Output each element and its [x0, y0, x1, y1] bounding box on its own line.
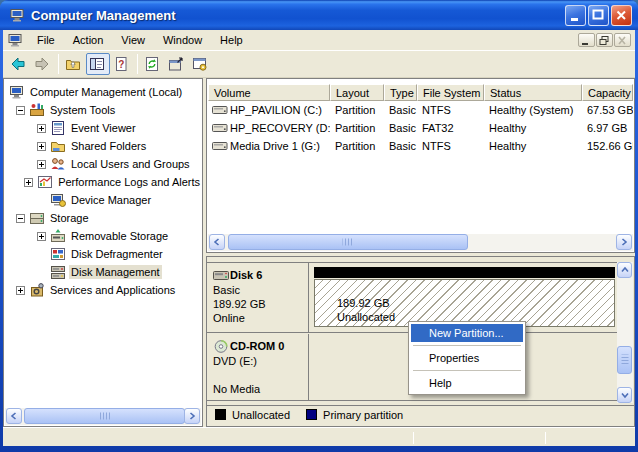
column-header-capacity[interactable]: Capacity	[582, 84, 633, 101]
help-topics-button[interactable]: ?	[110, 53, 134, 75]
volume-row[interactable]: HP_RECOVERY (D:)PartitionBasicFAT32Healt…	[208, 119, 633, 137]
content-area: Computer Management (Local)System ToolsE…	[3, 78, 635, 427]
console-tree-pane: Computer Management (Local)System ToolsE…	[3, 78, 203, 427]
tree-item-disk-management[interactable]: Disk Management	[4, 263, 202, 281]
context-menu-item-properties[interactable]: Properties	[411, 349, 523, 367]
tree-horizontal-scrollbar[interactable]	[5, 408, 201, 425]
tree-item-disk-defragmenter[interactable]: Disk Defragmenter	[4, 245, 202, 263]
export-list-button[interactable]	[165, 53, 189, 75]
mdi-window-controls	[578, 33, 633, 47]
defrag-icon	[50, 246, 66, 262]
expand-icon[interactable]	[16, 286, 25, 295]
back-arrow-icon	[10, 56, 26, 72]
volume-horizontal-scrollbar[interactable]	[208, 234, 633, 251]
tree-item-computer-management-local[interactable]: Computer Management (Local)	[4, 83, 202, 101]
volume-drive-icon	[212, 138, 228, 154]
cell-file_system: NTFS	[417, 140, 484, 152]
help-window-button[interactable]	[189, 53, 213, 75]
partition-legend: UnallocatedPrimary partition	[207, 405, 634, 423]
scroll-left-button[interactable]	[6, 408, 22, 424]
cell-text: 6.97 GB	[587, 122, 627, 134]
menu-view[interactable]: View	[112, 31, 154, 49]
disk-info-panel[interactable]: Disk 6Basic189.92 GBOnline	[207, 263, 309, 332]
column-header-volume[interactable]: Volume	[208, 84, 330, 101]
context-menu-item-new-partition[interactable]: New Partition...	[411, 324, 523, 342]
cell-volume: Media Drive 1 (G:)	[208, 138, 330, 154]
svg-text:?: ?	[118, 59, 124, 70]
up-one-level-button[interactable]	[62, 53, 86, 75]
volume-table-rows: HP_PAVILION (C:)PartitionBasicNTFSHealth…	[208, 101, 633, 155]
menu-file[interactable]: File	[28, 31, 64, 49]
expand-icon[interactable]	[37, 124, 46, 133]
expand-icon[interactable]	[37, 232, 46, 241]
tree-item-performance-logs-and-alerts[interactable]: Performance Logs and Alerts	[4, 173, 202, 191]
mdi-restore-button[interactable]	[596, 33, 613, 47]
tree-item-label: Device Manager	[69, 193, 153, 207]
collapse-icon[interactable]	[16, 106, 25, 115]
scroll-thumb[interactable]	[228, 234, 468, 250]
collapse-icon[interactable]	[16, 214, 25, 223]
menu-window[interactable]: Window	[154, 31, 211, 49]
removable-storage-icon	[50, 228, 66, 244]
column-header-file-system[interactable]: File System	[417, 84, 484, 101]
minimize-button[interactable]	[565, 5, 586, 26]
tree-item-device-manager[interactable]: Device Manager	[4, 191, 202, 209]
context-menu-separator	[413, 345, 521, 346]
scroll-down-button[interactable]	[617, 387, 632, 403]
tree-item-local-users-and-groups[interactable]: Local Users and Groups	[4, 155, 202, 173]
tree-item-shared-folders[interactable]: Shared Folders	[4, 137, 202, 155]
tree-item-event-viewer[interactable]: Event Viewer	[4, 119, 202, 137]
close-button[interactable]	[611, 5, 632, 26]
expand-icon[interactable]	[37, 142, 46, 151]
cell-text: Basic	[389, 140, 416, 152]
column-header-status[interactable]: Status	[484, 84, 582, 101]
cell-text: Media Drive 1 (G:)	[230, 140, 320, 152]
scroll-right-button[interactable]	[616, 234, 632, 250]
unallocated-region[interactable]: 189.92 GBUnallocated	[314, 267, 615, 328]
cd-rom-icon	[213, 338, 229, 354]
tree-item-label: Event Viewer	[69, 121, 138, 135]
disk-detail-line: Basic	[213, 283, 304, 297]
tree-item-removable-storage[interactable]: Removable Storage	[4, 227, 202, 245]
scroll-left-button[interactable]	[209, 234, 225, 250]
volume-row[interactable]: HP_PAVILION (C:)PartitionBasicNTFSHealth…	[208, 101, 633, 119]
scroll-right-button[interactable]	[184, 408, 200, 424]
mdi-minimize-button[interactable]	[578, 33, 595, 47]
context-menu-separator	[413, 370, 521, 371]
titlebar[interactable]: Computer Management	[0, 0, 638, 30]
back-button[interactable]	[7, 53, 31, 75]
refresh-button[interactable]	[141, 53, 165, 75]
tree-item-label: Disk Defragmenter	[69, 247, 165, 261]
expand-icon[interactable]	[37, 160, 46, 169]
tree-item-services-and-applications[interactable]: Services and Applications	[4, 281, 202, 299]
show-console-tree-button[interactable]	[86, 53, 110, 75]
volume-row[interactable]: Media Drive 1 (G:)PartitionBasicNTFSHeal…	[208, 137, 633, 155]
disk-detail-line	[213, 368, 304, 382]
disk-vertical-scrollbar[interactable]	[617, 262, 633, 403]
column-header-type[interactable]: Type	[384, 84, 417, 101]
expand-icon[interactable]	[24, 178, 33, 187]
tree-item-storage[interactable]: Storage	[4, 209, 202, 227]
cell-text: Basic	[389, 122, 416, 134]
tree-item-system-tools[interactable]: System Tools	[4, 101, 202, 119]
forward-button[interactable]	[31, 53, 55, 75]
region-size: 189.92 GB	[337, 296, 395, 310]
menu-help[interactable]: Help	[211, 31, 252, 49]
cell-type: Basic	[384, 122, 417, 134]
scroll-thumb[interactable]	[24, 408, 185, 424]
context-menu-item-help[interactable]: Help	[411, 374, 523, 392]
scroll-thumb[interactable]	[617, 346, 632, 374]
legend-label: Primary partition	[323, 409, 403, 421]
cell-text: Basic	[389, 104, 416, 116]
legend-label: Unallocated	[232, 409, 290, 421]
maximize-button[interactable]	[588, 5, 609, 26]
disk-info-panel[interactable]: CD-ROM 0DVD (E:)No Media	[207, 334, 309, 400]
mdi-system-icon[interactable]	[7, 32, 24, 48]
column-header-layout[interactable]: Layout	[330, 84, 384, 101]
region-body[interactable]: 189.92 GBUnallocated	[314, 279, 615, 327]
menu-action[interactable]: Action	[64, 31, 113, 49]
cell-text: Healthy (System)	[489, 104, 573, 116]
mdi-close-button[interactable]	[614, 33, 631, 47]
disk-drive-icon	[213, 267, 229, 283]
scroll-up-button[interactable]	[617, 262, 632, 278]
